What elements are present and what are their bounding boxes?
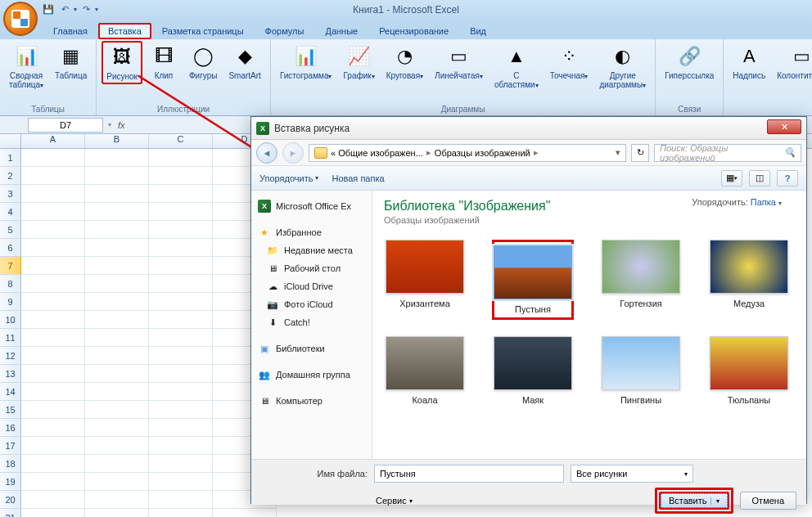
thumbnail-Маяк[interactable]: Маяк bbox=[492, 336, 574, 405]
sidebar-item[interactable]: 📁Недавние места bbox=[255, 241, 368, 259]
row-header[interactable]: 1 bbox=[0, 149, 21, 167]
cell[interactable] bbox=[85, 455, 149, 473]
forward-button[interactable]: ► bbox=[282, 142, 304, 164]
cell[interactable] bbox=[21, 419, 85, 437]
chevron-down-icon[interactable]: ▾ bbox=[616, 147, 620, 158]
redo-icon[interactable]: ↷ bbox=[79, 2, 93, 16]
cell[interactable] bbox=[21, 239, 85, 257]
cell[interactable] bbox=[21, 167, 85, 185]
column-header[interactable]: A bbox=[21, 134, 85, 148]
sort-control[interactable]: Упорядочить: Папка ▾ bbox=[692, 197, 782, 207]
sidebar-item[interactable]: ☁iCloud Drive bbox=[255, 277, 368, 295]
cell[interactable] bbox=[85, 437, 149, 455]
row-header[interactable]: 13 bbox=[0, 365, 21, 383]
breadcrumb-item[interactable]: « Общие изображен... bbox=[331, 148, 423, 158]
row-header[interactable]: 4 bbox=[0, 203, 21, 221]
back-button[interactable]: ◄ bbox=[256, 142, 277, 164]
search-input[interactable]: Поиск: Образцы изображений 🔍 bbox=[654, 144, 801, 162]
cell[interactable] bbox=[21, 257, 85, 275]
sidebar-item[interactable]: 📷Фото iCloud bbox=[255, 295, 368, 313]
cell[interactable] bbox=[149, 293, 213, 311]
cell[interactable] bbox=[85, 509, 149, 517]
row-header[interactable]: 15 bbox=[0, 401, 21, 419]
row-header[interactable]: 19 bbox=[0, 473, 21, 491]
sidebar-libraries[interactable]: ▣Библиотеки bbox=[255, 339, 368, 357]
help-button[interactable]: ? bbox=[777, 170, 798, 187]
ribbon-item-сводная-таблица[interactable]: 📊Своднаятаблица bbox=[5, 41, 47, 92]
cell[interactable] bbox=[21, 491, 85, 509]
cell[interactable] bbox=[149, 329, 213, 347]
preview-pane-button[interactable]: ◫ bbox=[749, 170, 770, 187]
undo-icon[interactable]: ↶ bbox=[57, 2, 72, 16]
cell[interactable] bbox=[149, 437, 213, 455]
row-header[interactable]: 9 bbox=[0, 293, 21, 311]
cell[interactable] bbox=[21, 347, 85, 365]
cell[interactable] bbox=[85, 419, 149, 437]
cell[interactable] bbox=[85, 185, 149, 203]
row-header[interactable]: 6 bbox=[0, 239, 21, 257]
column-header[interactable]: B bbox=[85, 134, 149, 148]
row-header[interactable]: 18 bbox=[0, 455, 21, 473]
row-header[interactable]: 21 bbox=[0, 509, 21, 517]
ribbon-item-рисунок[interactable]: 🖼Рисунок bbox=[102, 41, 142, 84]
row-header[interactable]: 14 bbox=[0, 383, 21, 401]
ribbon-tab[interactable]: Главная bbox=[43, 22, 98, 39]
ribbon-item-фигуры[interactable]: ◯Фигуры bbox=[185, 41, 221, 83]
cell[interactable] bbox=[149, 149, 213, 167]
sidebar-homegroup[interactable]: 👥Домашняя группа bbox=[255, 366, 368, 384]
cell[interactable] bbox=[149, 347, 213, 365]
cell[interactable] bbox=[85, 257, 149, 275]
ribbon-tab[interactable]: Разметка страницы bbox=[151, 22, 255, 39]
row-header[interactable]: 8 bbox=[0, 275, 21, 293]
office-button[interactable] bbox=[3, 2, 38, 36]
cell[interactable] bbox=[149, 203, 213, 221]
row-header[interactable]: 12 bbox=[0, 347, 21, 365]
organize-button[interactable]: Упорядочить ▾ bbox=[259, 173, 318, 183]
cell[interactable] bbox=[85, 329, 149, 347]
thumbnail-Пингвины[interactable]: Пингвины bbox=[600, 336, 682, 405]
cell[interactable] bbox=[149, 311, 213, 329]
row-header[interactable]: 5 bbox=[0, 221, 21, 239]
address-bar[interactable]: « Общие изображен... ▸ Образцы изображен… bbox=[309, 144, 626, 162]
view-button[interactable]: ▦ ▾ bbox=[721, 170, 742, 187]
cell[interactable] bbox=[21, 329, 85, 347]
ribbon-item-график[interactable]: 📈График bbox=[339, 41, 378, 83]
cell[interactable] bbox=[21, 365, 85, 383]
row-header[interactable]: 17 bbox=[0, 437, 21, 455]
ribbon-item-другие-диаграммы[interactable]: ◐Другиедиаграммы bbox=[595, 41, 650, 92]
cell[interactable] bbox=[21, 509, 85, 517]
thumbnail-Тюльпаны[interactable]: Тюльпаны bbox=[708, 336, 790, 405]
ribbon-item-smartart[interactable]: ◆SmartArt bbox=[224, 41, 264, 83]
file-filter-dropdown[interactable]: Все рисунки▾ bbox=[571, 465, 693, 483]
cell[interactable] bbox=[85, 473, 149, 491]
save-icon[interactable]: 💾 bbox=[41, 2, 56, 16]
thumbnail-Медуза[interactable]: Медуза bbox=[708, 240, 790, 320]
row-header[interactable]: 2 bbox=[0, 167, 21, 185]
cell[interactable] bbox=[149, 473, 213, 491]
cell[interactable] bbox=[85, 221, 149, 239]
ribbon-item-с-областями[interactable]: ▲Собластями bbox=[490, 41, 543, 92]
sidebar-item[interactable]: ⬇Catch! bbox=[255, 313, 368, 331]
row-header[interactable]: 10 bbox=[0, 311, 21, 329]
cell[interactable] bbox=[85, 311, 149, 329]
thumbnail-Коала[interactable]: Коала bbox=[384, 336, 466, 405]
refresh-button[interactable]: ↻ bbox=[631, 144, 649, 162]
insert-button[interactable]: Вставить▾ bbox=[659, 492, 729, 510]
new-folder-button[interactable]: Новая папка bbox=[332, 173, 384, 183]
cell[interactable] bbox=[85, 149, 149, 167]
cell[interactable] bbox=[149, 455, 213, 473]
thumbnail-Пустыня[interactable]: Пустыня bbox=[492, 240, 574, 320]
cancel-button[interactable]: Отмена bbox=[740, 492, 796, 510]
cell[interactable] bbox=[21, 149, 85, 167]
select-all-corner[interactable] bbox=[0, 134, 21, 148]
ribbon-item-таблица[interactable]: ▦Таблица bbox=[51, 41, 91, 83]
column-header[interactable]: C bbox=[149, 134, 213, 148]
service-dropdown[interactable]: Сервис ▾ bbox=[376, 496, 413, 506]
cell[interactable] bbox=[149, 509, 213, 517]
close-button[interactable]: ✕ bbox=[767, 119, 801, 134]
cell[interactable] bbox=[149, 221, 213, 239]
breadcrumb-item[interactable]: Образцы изображений bbox=[435, 148, 530, 158]
cell[interactable] bbox=[21, 185, 85, 203]
sidebar-item[interactable]: 🖥Рабочий стол bbox=[255, 259, 368, 277]
filename-input[interactable] bbox=[374, 465, 564, 483]
